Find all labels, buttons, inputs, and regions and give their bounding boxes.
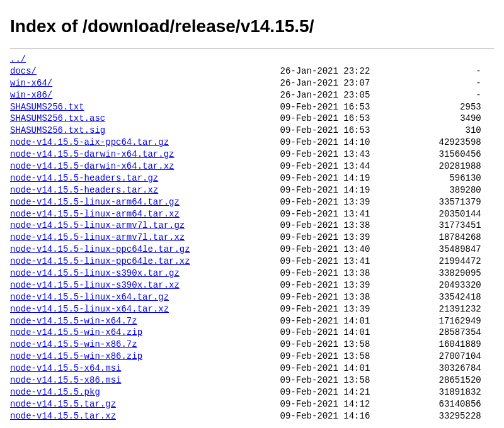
file-link[interactable]: node-v14.15.5-win-x64.7z	[10, 316, 137, 326]
parent-link[interactable]: ../	[10, 54, 26, 64]
file-link[interactable]: node-v14.15.5-linux-arm64.tar.xz	[10, 209, 180, 219]
file-link[interactable]: node-v14.15.5-headers.tar.xz	[10, 185, 158, 195]
file-link[interactable]: node-v14.15.5.tar.xz	[10, 411, 116, 421]
list-item: docs/ 26-Jan-2021 23:22 -	[10, 65, 494, 77]
file-link[interactable]: node-v14.15.5-aix-ppc64.tar.gz	[10, 137, 169, 147]
list-item: win-x64/ 26-Jan-2021 23:07 -	[10, 77, 494, 89]
list-item: node-v14.15.5-linux-ppc64le.tar.gz 09-Fe…	[10, 244, 494, 256]
list-item: node-v14.15.5-darwin-x64.tar.xz 09-Feb-2…	[10, 160, 494, 172]
list-item: node-v14.15.5.tar.gz 09-Feb-2021 14:12 6…	[10, 398, 494, 410]
list-item: node-v14.15.5-linux-arm64.tar.xz 09-Feb-…	[10, 208, 494, 220]
file-link[interactable]: node-v14.15.5-x64.msi	[10, 363, 121, 373]
list-item: SHASUMS256.txt.asc 09-Feb-2021 16:53 349…	[10, 113, 494, 125]
list-item: node-v14.15.5-linux-x64.tar.xz 09-Feb-20…	[10, 303, 494, 315]
list-item: node-v14.15.5-x64.msi 09-Feb-2021 14:01 …	[10, 363, 494, 374]
list-item: node-v14.15.5-linux-s390x.tar.gz 09-Feb-…	[10, 268, 494, 279]
list-item: node-v14.15.5-linux-armv7l.tar.xz 09-Feb…	[10, 232, 494, 244]
file-link[interactable]: win-x86/	[10, 90, 52, 100]
file-link[interactable]: node-v14.15.5-darwin-x64.tar.gz	[10, 149, 174, 159]
file-link[interactable]: node-v14.15.5-linux-x64.tar.gz	[10, 292, 169, 302]
divider	[10, 48, 494, 48]
list-item: win-x86/ 26-Jan-2021 23:05 -	[10, 89, 494, 101]
list-item: node-v14.15.5-win-x86.zip 09-Feb-2021 13…	[10, 351, 494, 363]
file-link[interactable]: SHASUMS256.txt.sig	[10, 125, 105, 135]
file-link[interactable]: node-v14.15.5-darwin-x64.tar.xz	[10, 161, 174, 171]
file-link[interactable]: SHASUMS256.txt	[10, 102, 84, 112]
file-link[interactable]: node-v14.15.5.pkg	[10, 387, 100, 397]
file-link[interactable]: node-v14.15.5-x86.msi	[10, 375, 121, 385]
list-item: node-v14.15.5-headers.tar.xz 09-Feb-2021…	[10, 184, 494, 196]
file-link[interactable]: node-v14.15.5-linux-ppc64le.tar.xz	[10, 256, 190, 266]
page-title: Index of /download/release/v14.15.5/	[10, 16, 494, 37]
list-item: node-v14.15.5-x86.msi 09-Feb-2021 13:58 …	[10, 374, 494, 386]
directory-listing: ../ docs/ 26-Jan-2021 23:22 - win-x64/ 2…	[10, 54, 494, 422]
list-item: node-v14.15.5-win-x86.7z 09-Feb-2021 13:…	[10, 339, 494, 351]
list-item: node-v14.15.5-linux-x64.tar.gz 09-Feb-20…	[10, 291, 494, 303]
file-link[interactable]: docs/	[10, 66, 37, 76]
file-link[interactable]: node-v14.15.5-linux-armv7l.tar.gz	[10, 220, 185, 230]
file-link[interactable]: node-v14.15.5.tar.gz	[10, 399, 116, 409]
list-item: node-v14.15.5-headers.tar.gz 09-Feb-2021…	[10, 172, 494, 184]
list-item: node-v14.15.5-win-x64.7z 09-Feb-2021 14:…	[10, 315, 494, 327]
file-link[interactable]: node-v14.15.5-linux-armv7l.tar.xz	[10, 232, 185, 242]
list-item: node-v14.15.5-win-x64.zip 09-Feb-2021 14…	[10, 327, 494, 339]
file-link[interactable]: node-v14.15.5-linux-s390x.tar.gz	[10, 268, 180, 278]
list-item: node-v14.15.5-linux-ppc64le.tar.xz 09-Fe…	[10, 256, 494, 268]
list-item: node-v14.15.5-linux-arm64.tar.gz 09-Feb-…	[10, 196, 494, 208]
file-link[interactable]: node-v14.15.5-win-x86.7z	[10, 339, 137, 349]
file-link[interactable]: node-v14.15.5-win-x86.zip	[10, 351, 142, 361]
file-link[interactable]: SHASUMS256.txt.asc	[10, 113, 105, 123]
file-link[interactable]: node-v14.15.5-linux-x64.tar.xz	[10, 304, 169, 314]
file-link[interactable]: win-x64/	[10, 78, 52, 88]
list-item: node-v14.15.5-darwin-x64.tar.gz 09-Feb-2…	[10, 149, 494, 160]
list-item: node-v14.15.5-linux-armv7l.tar.gz 09-Feb…	[10, 220, 494, 232]
list-item: node-v14.15.5.tar.xz 09-Feb-2021 14:16 3…	[10, 410, 494, 422]
list-item: node-v14.15.5-linux-s390x.tar.xz 09-Feb-…	[10, 279, 494, 291]
file-link[interactable]: node-v14.15.5-headers.tar.gz	[10, 173, 158, 183]
file-link[interactable]: node-v14.15.5-linux-ppc64le.tar.gz	[10, 244, 190, 254]
list-item: SHASUMS256.txt 09-Feb-2021 16:53 2953	[10, 101, 494, 113]
file-link[interactable]: node-v14.15.5-linux-s390x.tar.xz	[10, 280, 180, 290]
list-item: SHASUMS256.txt.sig 09-Feb-2021 16:53 310	[10, 125, 494, 137]
list-item: node-v14.15.5.pkg 09-Feb-2021 14:21 3189…	[10, 386, 494, 398]
file-link[interactable]: node-v14.15.5-linux-arm64.tar.gz	[10, 197, 180, 207]
list-item: node-v14.15.5-aix-ppc64.tar.gz 09-Feb-20…	[10, 137, 494, 149]
file-link[interactable]: node-v14.15.5-win-x64.zip	[10, 327, 142, 337]
